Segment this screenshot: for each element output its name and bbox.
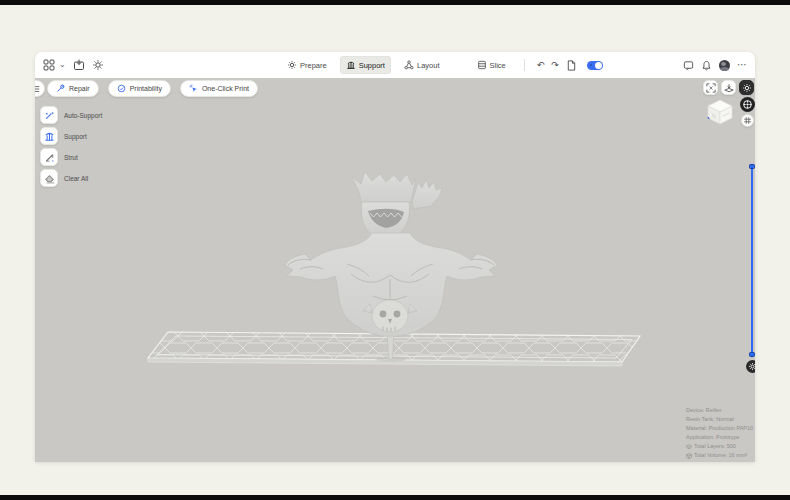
- app-header: ⌄: [35, 52, 755, 78]
- file-icon: [566, 60, 577, 71]
- redo-button[interactable]: ↷: [551, 61, 559, 70]
- volume-cube-icon: [686, 453, 692, 459]
- app-window: ⌄: [35, 52, 755, 462]
- layers-icon: [686, 444, 692, 450]
- one-click-print-icon: [189, 84, 198, 93]
- tab-layout-label: Layout: [417, 61, 440, 70]
- tab-slice-label: Slice: [490, 61, 506, 70]
- bell-icon: [701, 60, 712, 71]
- list-icon: [35, 85, 40, 93]
- view-cube[interactable]: [705, 97, 735, 127]
- strut-button[interactable]: Strut: [40, 148, 102, 166]
- auto-support-icon: [44, 110, 55, 121]
- viewport-3d[interactable]: Repair Printability One-Click Print: [35, 78, 755, 462]
- gear-icon: [92, 59, 104, 71]
- grid-toggle-button[interactable]: [741, 114, 754, 127]
- repair-button[interactable]: Repair: [47, 80, 99, 97]
- orientation-button[interactable]: [721, 80, 736, 95]
- tab-prepare[interactable]: Prepare: [281, 56, 333, 74]
- auto-support-button[interactable]: Auto-Support: [40, 106, 102, 124]
- header-divider: [524, 59, 525, 71]
- view-settings-button[interactable]: [739, 80, 754, 95]
- slider-gear-icon: [748, 362, 755, 371]
- header-left-group: ⌄: [43, 52, 104, 78]
- info-device: Device: Reflex: [686, 406, 755, 415]
- tab-prepare-label: Prepare: [300, 61, 327, 70]
- clear-all-label: Clear All: [64, 175, 88, 182]
- orientation-icon: [724, 83, 734, 93]
- settings-button[interactable]: [92, 59, 104, 71]
- redo-icon: ↷: [551, 61, 559, 70]
- quick-actions-bar: Repair Printability One-Click Print: [47, 80, 258, 97]
- apps-grid-icon: [43, 59, 55, 71]
- slider-settings-button[interactable]: [746, 360, 755, 373]
- fit-view-icon: [706, 83, 716, 93]
- view-settings-gear-icon: [742, 83, 752, 93]
- info-resin-tank: Resin Tank: Normal: [686, 415, 755, 424]
- toggle-dot: [590, 64, 593, 67]
- printability-icon: [117, 84, 126, 93]
- notifications-button[interactable]: [701, 60, 712, 71]
- print-info-panel: Device: Reflex Resin Tank: Normal Materi…: [686, 406, 755, 460]
- support-button[interactable]: Support: [40, 127, 102, 145]
- printability-label: Printability: [130, 85, 162, 92]
- scene-3d: [35, 78, 755, 462]
- clear-all-icon: [44, 173, 55, 184]
- info-application: Application: Prototype: [686, 433, 755, 442]
- export-file-button[interactable]: [566, 60, 577, 71]
- undo-button[interactable]: ↶: [537, 61, 545, 70]
- one-click-print-label: One-Click Print: [202, 85, 249, 92]
- layer-slider[interactable]: [747, 164, 755, 358]
- tab-layout[interactable]: Layout: [398, 56, 446, 74]
- strut-label: Strut: [64, 154, 78, 161]
- support-icon: [346, 60, 356, 70]
- letterbox-bottom: [0, 495, 790, 500]
- header-toggle[interactable]: [587, 61, 603, 70]
- letterbox-top: [0, 0, 790, 5]
- info-total-layers: Total Layers: 500: [694, 442, 736, 451]
- slice-icon: [477, 60, 487, 70]
- fit-view-button[interactable]: [703, 80, 718, 95]
- printability-button[interactable]: Printability: [108, 80, 171, 97]
- tab-support-label: Support: [359, 61, 385, 70]
- repair-icon: [56, 84, 65, 93]
- view-controls: [703, 80, 754, 95]
- feedback-bubble-icon: [683, 60, 694, 71]
- nav-gizmo-button[interactable]: [740, 97, 755, 112]
- grid-icon: [743, 116, 752, 125]
- layer-slider-handle-bottom[interactable]: [749, 352, 755, 357]
- import-button[interactable]: [73, 59, 85, 71]
- tab-support[interactable]: Support: [340, 56, 391, 74]
- mode-tabs: Prepare Support Layout: [281, 56, 603, 74]
- layer-slider-handle-top[interactable]: [749, 164, 755, 169]
- build-platform: [148, 332, 640, 366]
- header-right-group: ⋯: [683, 52, 747, 78]
- model-demon-bust: [285, 172, 497, 359]
- info-material: Material: Production PAP10: [686, 424, 755, 433]
- import-icon: [73, 59, 85, 71]
- one-click-print-button[interactable]: One-Click Print: [180, 80, 258, 97]
- more-icon: ⋯: [737, 60, 747, 70]
- chevron-down-icon[interactable]: ⌄: [59, 61, 66, 69]
- support-tools-panel: Auto-Support Support: [40, 106, 102, 187]
- feedback-button[interactable]: [683, 60, 694, 71]
- repair-label: Repair: [69, 85, 90, 92]
- undo-icon: ↶: [537, 61, 545, 70]
- apps-menu-button[interactable]: [43, 59, 55, 71]
- nav-gizmo-icon: [742, 99, 753, 110]
- tab-slice[interactable]: Slice: [471, 56, 512, 74]
- prepare-icon: [287, 60, 297, 70]
- auto-support-label: Auto-Support: [64, 112, 102, 119]
- layer-slider-track[interactable]: [751, 167, 752, 354]
- info-total-volume: Total Volume: 16 mm³: [694, 451, 747, 460]
- more-menu-button[interactable]: ⋯: [737, 60, 747, 70]
- toggle-knob: [595, 62, 602, 69]
- strut-icon: [44, 152, 55, 163]
- support-tool-icon: [44, 131, 55, 142]
- clear-all-button[interactable]: Clear All: [40, 169, 102, 187]
- layout-icon: [404, 60, 414, 70]
- avatar[interactable]: [719, 60, 730, 71]
- support-label: Support: [64, 133, 87, 140]
